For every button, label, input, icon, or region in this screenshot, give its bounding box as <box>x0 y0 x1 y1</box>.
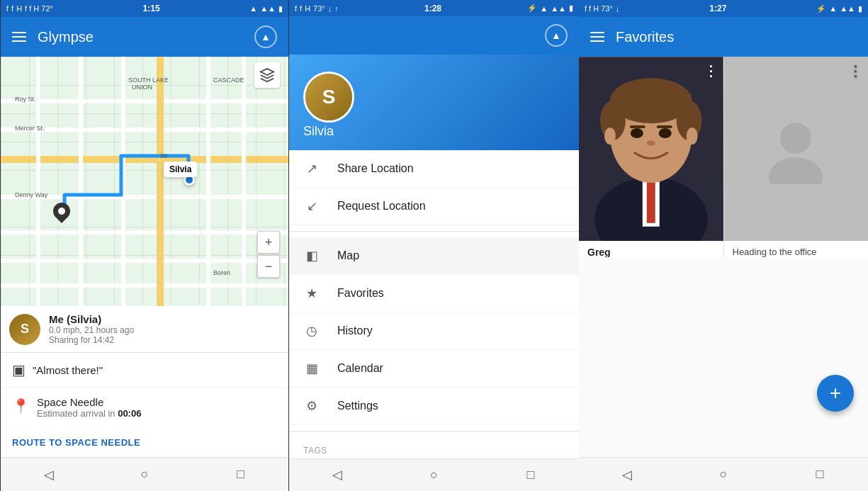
share-location-icon: ↗ <box>303 160 320 177</box>
unknown-card-menu-button[interactable]: ⋮ <box>848 62 862 79</box>
greg-name: Greg <box>587 247 715 257</box>
user-info-bar: S Me (Silvia) 0.0 mph, 21 hours ago Shar… <box>1 306 288 353</box>
app-title-3: Favorites <box>616 29 857 45</box>
history-label: History <box>337 324 373 337</box>
signal-icon-3: ▲▲ <box>840 4 855 13</box>
menu-button-1[interactable] <box>12 32 26 42</box>
menu-item-favorites[interactable]: ★ Favorites <box>289 275 579 312</box>
svg-point-10 <box>659 128 672 138</box>
svg-point-9 <box>631 128 643 138</box>
menu-avatar-img: S <box>305 74 352 120</box>
recents-button-1[interactable]: □ <box>227 462 253 487</box>
favorites-label: Favorites <box>337 287 384 300</box>
svg-point-17 <box>769 157 823 184</box>
menu-item-history[interactable]: ◷ History <box>289 312 579 350</box>
nav-bar-2: ◁ ○ □ <box>289 458 579 491</box>
hamburger-line-3c <box>590 40 604 42</box>
menu-button-3[interactable] <box>590 32 604 42</box>
default-avatar-background <box>724 57 869 241</box>
favorites-grid: ⋮ Greg Greg (Mobile #) ⋮ Heading to the … <box>579 57 868 257</box>
request-location-label: Request Location <box>337 200 426 213</box>
home-button-2[interactable]: ○ <box>421 462 446 487</box>
h-icon-2: H <box>305 4 310 13</box>
navigation-button-2[interactable]: ▲ <box>545 24 568 47</box>
menu-user-name: Silvia <box>303 124 565 139</box>
menu-divider-1 <box>289 231 579 232</box>
back-button-3[interactable]: ◁ <box>614 462 640 487</box>
settings-menu-icon: ⚙ <box>303 397 320 414</box>
greg-contact-card[interactable]: ⋮ Greg Greg (Mobile #) <box>579 57 723 257</box>
svg-point-14 <box>604 128 616 145</box>
message-text: "Almost there!" <box>33 364 103 376</box>
back-button-2[interactable]: ◁ <box>325 462 350 487</box>
request-location-icon: ↙ <box>303 198 320 215</box>
unknown-card-info: Heading to the office Kelly Houser (Cust… <box>724 241 869 257</box>
hamburger-line <box>12 36 26 38</box>
menu-item-calendar[interactable]: ▦ Calendar <box>289 350 579 388</box>
fb-icon: f <box>6 4 9 13</box>
menu-user-avatar[interactable]: S <box>303 72 354 123</box>
battery-icon: ▮ <box>278 4 283 13</box>
destination-row: 📍 Space Needle Estimated arrival in 00:0… <box>1 388 288 427</box>
temp-1: f f H 72° <box>25 4 53 13</box>
user-name: Me (Silvia) <box>49 313 280 325</box>
road-5th <box>36 57 40 306</box>
history-menu-icon: ◷ <box>303 322 320 339</box>
fb-icon-2: f <box>295 4 297 13</box>
menu-item-share[interactable]: ↗ Share Location <box>289 150 579 188</box>
recents-button-2[interactable]: □ <box>518 462 543 487</box>
destination-icon: 📍 <box>12 397 30 414</box>
map-view[interactable]: SOUTH LAKE UNION CASCADE Roy St. Mercer … <box>1 57 288 306</box>
svg-rect-11 <box>630 125 646 128</box>
greg-portrait-svg <box>579 57 723 241</box>
road-eastern <box>206 57 210 306</box>
home-button-1[interactable]: ○ <box>132 462 157 487</box>
destination-eta: Estimated arrival in 00:06 <box>37 408 141 419</box>
svg-point-13 <box>647 140 655 146</box>
fb2-icon: f <box>11 4 13 13</box>
space-needle-pin[interactable] <box>53 203 70 222</box>
map-zoom-controls: + − <box>257 231 280 278</box>
layers-button[interactable] <box>254 62 280 88</box>
back-button-1[interactable]: ◁ <box>36 462 62 487</box>
navigation-button-1[interactable]: ▲ <box>254 26 277 48</box>
nav-bar-3: ◁ ○ □ <box>579 457 868 491</box>
user-callout: Silvia <box>164 162 197 177</box>
unknown-contact-card[interactable]: ⋮ Heading to the office Kelly Houser (Cu… <box>724 57 869 257</box>
greg-card-info: Greg Greg (Mobile #) <box>579 241 723 257</box>
recents-button-3[interactable]: □ <box>807 462 833 487</box>
home-button-3[interactable]: ○ <box>711 462 736 487</box>
default-avatar-icon <box>760 113 831 184</box>
calendar-label: Calendar <box>337 362 383 375</box>
icons-3: f f H 73° <box>585 4 613 13</box>
hamburger-line <box>12 40 26 42</box>
map-label-union: UNION <box>132 84 152 91</box>
map-label-boren: Boren <box>213 269 230 276</box>
status-left-3: f f H 73° ↓ <box>585 4 619 13</box>
svg-point-16 <box>780 123 811 154</box>
bt-icon: ⚡ <box>527 4 537 13</box>
time-1: 1:15 <box>143 4 160 13</box>
add-favorite-fab[interactable]: + <box>817 375 854 412</box>
favorites-lower-area: + <box>579 257 868 458</box>
zoom-in-button[interactable]: + <box>257 231 280 254</box>
status-right-3: ⚡ ▲ ▲▲ ▮ <box>816 4 862 13</box>
user-speed: 0.0 mph, 21 hours ago <box>49 325 280 335</box>
map-label-mercer: Mercer St. <box>15 125 45 132</box>
greg-card-menu-button[interactable]: ⋮ <box>704 62 718 79</box>
route-to-space-needle-button[interactable]: ROUTE TO SPACE NEEDLE <box>12 437 140 448</box>
zoom-out-button[interactable]: − <box>257 255 280 278</box>
menu-item-request[interactable]: ↙ Request Location <box>289 188 579 225</box>
panel-favorites: f f H 73° ↓ 1:27 ⚡ ▲ ▲▲ ▮ Favorites <box>579 0 868 491</box>
menu-item-map[interactable]: ◧ Map <box>289 237 579 275</box>
battery-icon-2: ▮ <box>569 4 573 13</box>
status-left-icons: f f H f f H 72° <box>6 4 53 13</box>
panel-menu: f f H 73° ↓ ↑ 1:28 ⚡ ▲ ▲▲ ▮ ▲ S Silvia ↗… <box>289 0 579 491</box>
svg-point-15 <box>687 128 698 145</box>
wifi-icon-2: ▲ <box>540 4 548 13</box>
menu-item-settings[interactable]: ⚙ Settings <box>289 388 579 425</box>
menu-section: ↗ Share Location ↙ Request Location ◧ Ma… <box>289 150 579 458</box>
download-icon-3: ↓ <box>616 4 620 13</box>
eta-label: Estimated arrival in <box>37 408 118 419</box>
user-avatar: S <box>9 314 40 345</box>
